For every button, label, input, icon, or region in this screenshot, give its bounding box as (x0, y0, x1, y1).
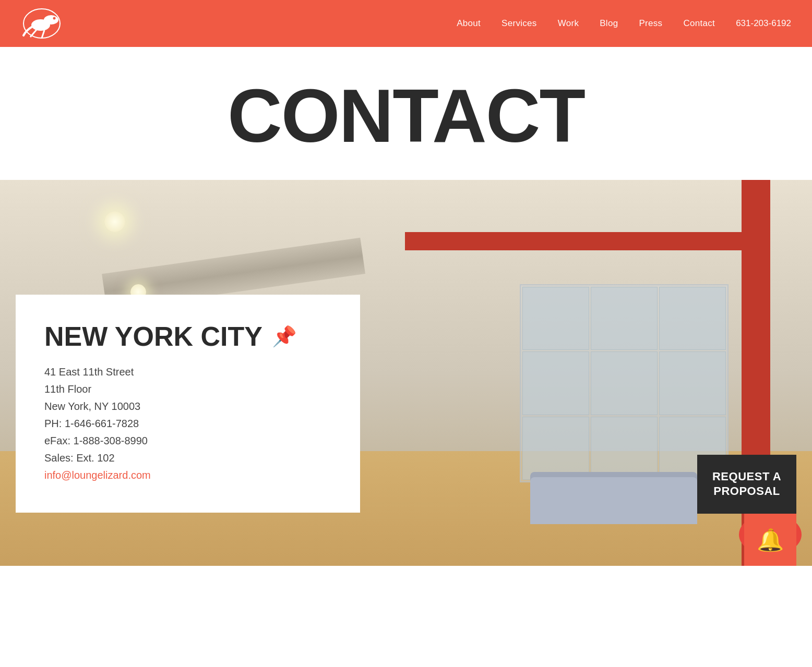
proposal-button[interactable]: REQUEST A PROPOSAL (697, 455, 796, 514)
phone-number: 631-203-6192 (736, 18, 791, 29)
nav-press[interactable]: Press (639, 18, 662, 29)
office-efax: eFax: 1-888-308-8990 (44, 432, 331, 450)
city-name: NEW YORK CITY (44, 321, 262, 352)
svg-point-2 (44, 15, 58, 25)
logo-icon (21, 7, 63, 41)
service-bell-button[interactable]: 🔔 (744, 514, 796, 566)
main-nav: About Services Work Blog Press Contact 6… (457, 18, 791, 29)
svg-line-5 (42, 30, 44, 38)
office-info-card: NEW YORK CITY 📌 41 East 11th Street 11th… (16, 295, 360, 513)
address-line2: 11th Floor (44, 381, 331, 398)
red-pipe-horizontal (405, 232, 770, 250)
page-title: CONTACT (0, 78, 812, 154)
sofa (530, 477, 697, 524)
ceiling-light-1 (104, 211, 125, 232)
contact-heading-section: CONTACT (0, 47, 812, 180)
office-email-line: info@loungelizard.com (44, 467, 331, 484)
logo-area (21, 7, 63, 41)
nav-work[interactable]: Work (558, 18, 579, 29)
svg-point-3 (53, 17, 56, 19)
nav-blog[interactable]: Blog (600, 18, 618, 29)
address-line3: New York, NY 10003 (44, 398, 331, 415)
office-section: NEW YORK CITY 📌 41 East 11th Street 11th… (0, 180, 812, 566)
site-header: About Services Work Blog Press Contact 6… (0, 0, 812, 47)
office-phone: PH: 1-646-661-7828 (44, 415, 331, 432)
sofa-area (530, 462, 718, 524)
pin-icon: 📌 (272, 326, 296, 346)
office-sales: Sales: Ext. 102 (44, 450, 331, 467)
bell-icon: 🔔 (757, 527, 784, 553)
proposal-line2: PROPOSAL (713, 484, 780, 498)
nav-about[interactable]: About (457, 18, 481, 29)
nav-services[interactable]: Services (501, 18, 537, 29)
address-block: 41 East 11th Street 11th Floor New York,… (44, 363, 331, 484)
office-email-link[interactable]: info@loungelizard.com (44, 469, 151, 481)
nav-contact[interactable]: Contact (683, 18, 715, 29)
address-line1: 41 East 11th Street (44, 363, 331, 381)
svg-line-4 (30, 30, 37, 37)
proposal-line1: REQUEST A (712, 470, 781, 483)
glass-wall (520, 284, 729, 482)
city-title-row: NEW YORK CITY 📌 (44, 321, 331, 352)
